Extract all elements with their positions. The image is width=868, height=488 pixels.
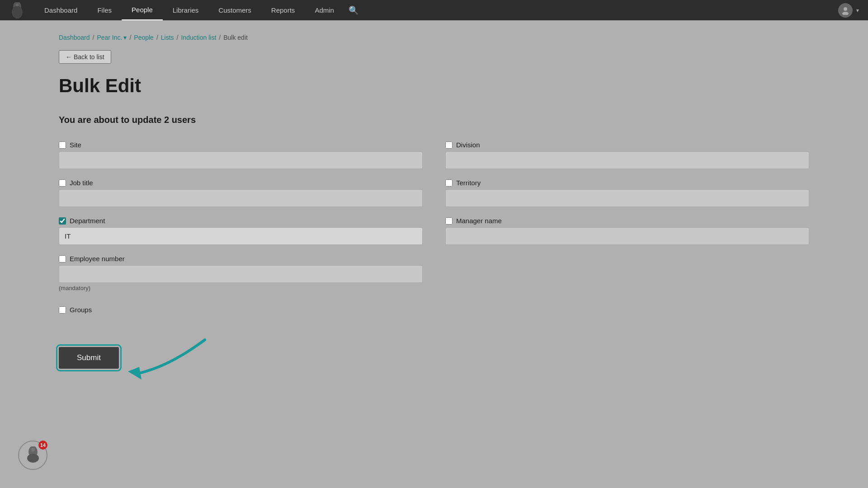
- manager-name-checkbox[interactable]: [445, 217, 453, 225]
- breadcrumb-current: Bulk edit: [223, 34, 248, 41]
- job-title-input[interactable]: [59, 189, 423, 207]
- svg-point-4: [842, 12, 849, 15]
- page-subtitle: You are about to update 2 users: [59, 115, 809, 125]
- breadcrumb-sep-5: /: [219, 34, 221, 41]
- user-menu[interactable]: ▾: [838, 3, 859, 18]
- division-checkbox[interactable]: [445, 141, 453, 149]
- nav-dashboard[interactable]: Dashboard: [34, 0, 87, 20]
- nav-files[interactable]: Files: [87, 0, 122, 20]
- groups-checkbox[interactable]: [59, 306, 66, 314]
- department-label: Department: [70, 217, 105, 225]
- territory-field: Territory: [445, 179, 809, 207]
- submit-area: Submit: [59, 331, 423, 385]
- site-label: Site: [70, 141, 81, 149]
- nav-customers[interactable]: Customers: [208, 0, 261, 20]
- employee-number-label: Employee number: [70, 255, 125, 263]
- breadcrumb-sep-3: /: [156, 34, 158, 41]
- breadcrumb-sep-2: /: [129, 34, 131, 41]
- employee-number-field: Employee number (mandatory): [59, 255, 423, 291]
- breadcrumb: Dashboard / Pear Inc. ▾ / People / Lists…: [59, 34, 809, 41]
- nav-libraries[interactable]: Libraries: [163, 0, 209, 20]
- breadcrumb-people[interactable]: People: [134, 34, 154, 41]
- nav-reports[interactable]: Reports: [261, 0, 305, 20]
- division-field: Division: [445, 141, 809, 169]
- territory-label: Territory: [456, 179, 481, 187]
- main-content: Dashboard / Pear Inc. ▾ / People / Lists…: [0, 20, 868, 488]
- job-title-label: Job title: [70, 179, 93, 187]
- nav-people[interactable]: People: [122, 0, 163, 20]
- chevron-down-icon: ▾: [123, 34, 127, 41]
- breadcrumb-induction[interactable]: Induction list: [181, 34, 216, 41]
- breadcrumb-org[interactable]: Pear Inc. ▾: [97, 34, 127, 41]
- job-title-checkbox[interactable]: [59, 179, 66, 187]
- widget-circle[interactable]: 14: [18, 441, 47, 470]
- bottom-widget[interactable]: 14: [9, 450, 38, 479]
- site-input[interactable]: [59, 151, 423, 169]
- breadcrumb-sep-1: /: [93, 34, 94, 41]
- svg-point-1: [12, 6, 23, 19]
- site-checkbox[interactable]: [59, 141, 66, 149]
- svg-marker-5: [128, 367, 142, 380]
- territory-checkbox[interactable]: [445, 179, 453, 187]
- bulk-edit-form: Site Division Job title: [59, 141, 809, 385]
- logo[interactable]: [9, 2, 25, 19]
- groups-field: Groups: [59, 306, 423, 316]
- search-icon[interactable]: 🔍: [349, 5, 359, 15]
- division-input[interactable]: [445, 151, 809, 169]
- top-navigation: Dashboard Files People Libraries Custome…: [0, 0, 868, 20]
- notification-badge: 14: [38, 441, 47, 450]
- svg-point-2: [16, 4, 19, 6]
- nav-items: Dashboard Files People Libraries Custome…: [34, 0, 359, 20]
- groups-label: Groups: [70, 306, 92, 314]
- division-label: Division: [456, 141, 480, 149]
- widget-icon: [24, 446, 42, 465]
- svg-point-8: [31, 448, 35, 451]
- chevron-down-icon: ▾: [856, 7, 859, 14]
- nav-admin[interactable]: Admin: [305, 0, 344, 20]
- manager-name-label: Manager name: [456, 217, 502, 225]
- arrow-annotation: [123, 331, 214, 385]
- site-field: Site: [59, 141, 423, 169]
- job-title-field: Job title: [59, 179, 423, 207]
- svg-point-7: [27, 454, 39, 463]
- employee-number-checkbox[interactable]: [59, 255, 66, 263]
- breadcrumb-dashboard[interactable]: Dashboard: [59, 34, 90, 41]
- submit-with-arrow: Submit: [59, 331, 214, 385]
- employee-number-input[interactable]: [59, 265, 423, 283]
- territory-input[interactable]: [445, 189, 809, 207]
- department-input[interactable]: [59, 227, 423, 245]
- empty-spacer: [445, 255, 809, 301]
- breadcrumb-lists[interactable]: Lists: [161, 34, 174, 41]
- empty-spacer-2: [445, 301, 809, 326]
- manager-name-field: Manager name: [445, 217, 809, 245]
- submit-button[interactable]: Submit: [59, 347, 119, 369]
- department-field: Department: [59, 217, 423, 245]
- page-title: Bulk Edit: [59, 75, 809, 97]
- mandatory-hint: (mandatory): [59, 285, 423, 291]
- avatar: [838, 3, 853, 18]
- department-checkbox[interactable]: [59, 217, 66, 225]
- form-grid: Site Division Job title: [59, 141, 809, 385]
- back-to-list-button[interactable]: ← Back to list: [59, 50, 111, 64]
- manager-name-input[interactable]: [445, 227, 809, 245]
- svg-point-3: [844, 7, 847, 11]
- breadcrumb-sep-4: /: [177, 34, 179, 41]
